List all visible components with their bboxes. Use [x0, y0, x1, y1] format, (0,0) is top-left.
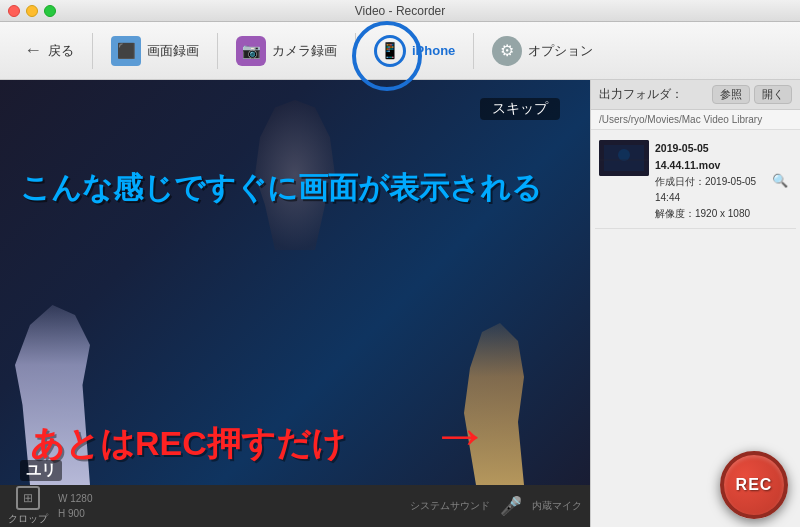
title-bar: Video - Recorder [0, 0, 800, 22]
file-item[interactable]: 2019-05-05 14.44.11.mov 作成日付：2019-05-05 … [595, 134, 796, 229]
camera-record-icon: 📷 [236, 36, 266, 66]
main-annotation-text: こんな感じですぐに画面が表示される [20, 170, 570, 206]
screen-record-icon: ⬛ [111, 36, 141, 66]
output-folder-bar: 出力フォルダ： 参照 開く [591, 80, 800, 110]
height-label: H [58, 508, 65, 519]
rec-label: REC [736, 476, 773, 494]
browse-button[interactable]: 参照 [712, 85, 750, 104]
file-info: 2019-05-05 14.44.11.mov 作成日付：2019-05-05 … [655, 140, 762, 222]
screen-record-button[interactable]: ⬛ 画面録画 [97, 30, 213, 72]
file-thumbnail [599, 140, 649, 176]
back-label: 戻る [48, 42, 74, 60]
iphone-button-wrap: 📱 iPhone [360, 29, 469, 73]
toolbar-separator-4 [473, 33, 474, 69]
window-controls[interactable] [8, 5, 56, 17]
crop-icon: ⊞ [16, 486, 40, 510]
output-folder-label: 出力フォルダ： [599, 86, 683, 103]
video-background: スキップ こんな感じですぐに画面が表示される あとはREC押すだけ → ユリ 宝… [0, 80, 590, 527]
mic-label: 内蔵マイク [532, 499, 582, 513]
arrow-right-icon: → [430, 405, 490, 465]
video-area: スキップ こんな感じですぐに画面が表示される あとはREC押すだけ → ユリ 宝… [0, 80, 590, 527]
file-created: 作成日付：2019-05-05 14:44 [655, 174, 762, 206]
width-label: W [58, 493, 67, 504]
toolbar-separator-3 [355, 33, 356, 69]
toolbar-separator-2 [217, 33, 218, 69]
toolbar-separator-1 [92, 33, 93, 69]
folder-action-buttons: 参照 開く [712, 85, 792, 104]
iphone-button[interactable]: 📱 iPhone [360, 29, 469, 73]
height-value: 900 [68, 508, 85, 519]
close-button[interactable] [8, 5, 20, 17]
search-icon: 🔍 [772, 173, 788, 188]
microphone-icon: 🎤 [500, 495, 522, 517]
dimensions-display: W 1280 H 900 [58, 491, 92, 521]
maximize-button[interactable] [44, 5, 56, 17]
camera-record-label: カメラ録画 [272, 42, 337, 60]
file-search[interactable]: 🔍 [768, 140, 792, 222]
character-name: ユリ [20, 460, 62, 481]
main-area: スキップ こんな感じですぐに画面が表示される あとはREC押すだけ → ユリ 宝… [0, 80, 800, 527]
gear-icon: ⚙ [492, 36, 522, 66]
bottom-bar: ⊞ クロップ W 1280 H 900 システムサウンド 🎤 内蔵マイク [0, 485, 590, 527]
iphone-icon: 📱 [374, 35, 406, 67]
options-label: オプション [528, 42, 593, 60]
skip-button[interactable]: スキップ [480, 98, 560, 120]
width-value: 1280 [70, 493, 92, 504]
iphone-label: iPhone [412, 43, 455, 58]
screen-record-label: 画面録画 [147, 42, 199, 60]
options-button[interactable]: ⚙ オプション [478, 30, 607, 72]
file-thumb-inner [599, 140, 649, 176]
rec-button[interactable]: REC [720, 451, 788, 519]
crop-button[interactable]: ⊞ クロップ [8, 486, 48, 526]
folder-path: /Users/ryo/Movies/Mac Video Library [591, 110, 800, 130]
file-resolution: 解像度：1920 x 1080 [655, 206, 762, 222]
toolbar: ← 戻る ⬛ 画面録画 📷 カメラ録画 📱 iPhone ⚙ オプション [0, 22, 800, 80]
back-button[interactable]: ← 戻る [10, 34, 88, 67]
minimize-button[interactable] [26, 5, 38, 17]
file-name: 2019-05-05 14.44.11.mov [655, 140, 762, 174]
open-button[interactable]: 開く [754, 85, 792, 104]
crop-label: クロップ [8, 512, 48, 526]
system-sound-label: システムサウンド [410, 499, 490, 513]
window-title: Video - Recorder [355, 4, 446, 18]
thumbnail-svg [599, 140, 649, 176]
svg-point-2 [618, 149, 630, 161]
camera-record-button[interactable]: 📷 カメラ録画 [222, 30, 351, 72]
